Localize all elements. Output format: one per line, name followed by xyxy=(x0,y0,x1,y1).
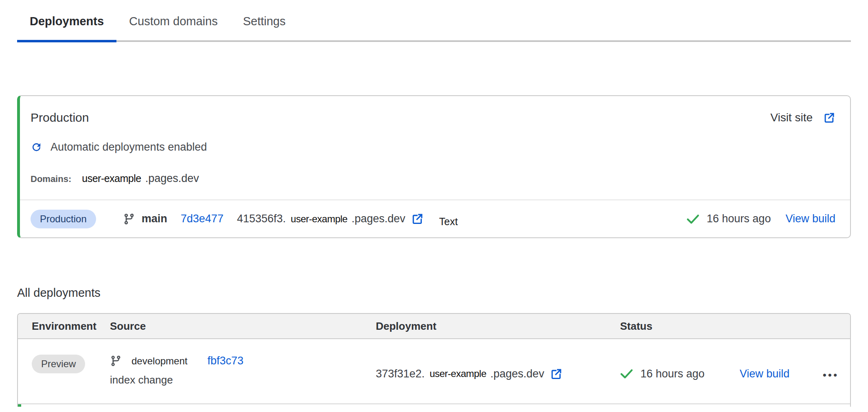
deployment-time: 16 hours ago xyxy=(640,368,705,380)
deployment-host: user-example xyxy=(291,213,347,225)
source-cell: development fbf3c73 index change xyxy=(110,355,376,393)
tab-deployments[interactable]: Deployments xyxy=(17,15,116,40)
column-header-environment: Environment xyxy=(32,320,110,333)
table-row: Preview development fbf3c73 index change… xyxy=(18,339,850,404)
production-card-title: Production xyxy=(31,111,89,125)
environment-badge: Preview xyxy=(32,355,85,373)
deployment-cell: 373f31e2. user-example .pages.dev xyxy=(376,355,620,393)
column-header-status: Status xyxy=(620,320,850,333)
deployment-time: 16 hours ago xyxy=(707,213,771,225)
auto-deployments-text: Automatic deployments enabled xyxy=(50,141,207,153)
pages-project-page: Deployments Custom domains Settings Prod… xyxy=(0,0,868,407)
domain-suffix: .pages.dev xyxy=(145,172,199,185)
external-link-icon[interactable] xyxy=(550,368,563,380)
deployment-id: 415356f3. xyxy=(237,213,286,225)
production-deployment-row: Production main 7d3e477 415356f3. user-e… xyxy=(20,200,850,237)
production-card: Production Visit site Automatic deployme… xyxy=(17,95,851,238)
deployment-host: user-example xyxy=(430,368,486,379)
column-header-source: Source xyxy=(110,320,376,333)
branch-name: development xyxy=(132,355,187,367)
deployments-table: Environment Source Deployment Status Pre… xyxy=(17,313,851,407)
commit-message: index change xyxy=(110,374,173,386)
all-deployments-title: All deployments xyxy=(17,286,851,300)
view-build-link[interactable]: View build xyxy=(740,368,790,380)
git-branch-icon xyxy=(123,213,135,225)
domains-label: Domains: xyxy=(31,174,71,184)
external-link-icon[interactable] xyxy=(411,213,424,225)
status-cell: 16 hours ago View build ••• xyxy=(620,355,850,393)
domain-name: user-example xyxy=(82,173,141,184)
check-icon xyxy=(686,214,699,224)
tab-bar: Deployments Custom domains Settings xyxy=(17,0,851,42)
check-icon xyxy=(620,368,633,379)
commit-link[interactable]: fbf3c73 xyxy=(207,355,243,367)
external-link-icon xyxy=(823,112,835,124)
deployment-id: 373f31e2. xyxy=(376,368,425,380)
visit-site-label: Visit site xyxy=(770,111,813,124)
deployment-host-suffix: .pages.dev xyxy=(491,368,544,380)
domains-line: Domains: user-example .pages.dev xyxy=(20,153,850,185)
next-row-cutoff xyxy=(18,404,850,407)
refresh-icon xyxy=(31,141,42,153)
view-build-link[interactable]: View build xyxy=(785,213,835,225)
commit-message: Text xyxy=(439,216,458,228)
environment-badge: Production xyxy=(31,210,96,228)
commit-link[interactable]: 7d3e477 xyxy=(181,213,224,225)
tab-settings[interactable]: Settings xyxy=(230,15,298,40)
table-header: Environment Source Deployment Status xyxy=(18,314,850,339)
tab-custom-domains[interactable]: Custom domains xyxy=(116,15,230,40)
git-branch-icon xyxy=(110,355,122,367)
deployment-host-suffix: .pages.dev xyxy=(351,213,405,225)
branch-name: main xyxy=(142,213,167,225)
deployment-url: 415356f3. user-example .pages.dev xyxy=(237,213,424,225)
overflow-menu-button[interactable]: ••• xyxy=(823,370,839,380)
visit-site-link[interactable]: Visit site xyxy=(770,111,835,124)
deployment-url: 373f31e2. user-example .pages.dev xyxy=(376,368,563,380)
environment-cell: Preview xyxy=(32,355,110,393)
column-header-deployment: Deployment xyxy=(376,320,620,333)
